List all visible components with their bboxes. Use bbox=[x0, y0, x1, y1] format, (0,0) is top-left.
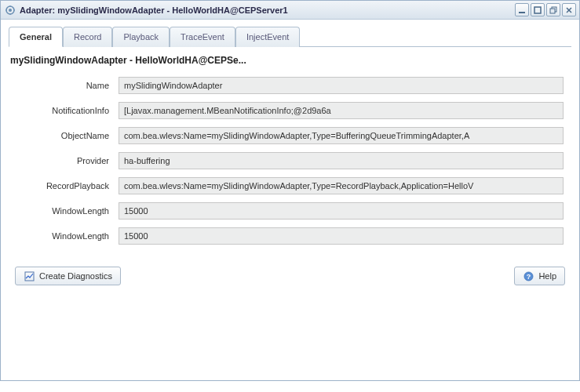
diagnostics-icon bbox=[24, 270, 35, 281]
row-notificationinfo: NotificationInfo [Ljavax.management.MBea… bbox=[9, 102, 571, 119]
row-name: Name mySlidingWindowAdapter bbox=[9, 77, 571, 94]
tab-playback[interactable]: Playback bbox=[112, 27, 170, 47]
titlebar: Adapter: mySlidingWindowAdapter - HelloW… bbox=[1, 1, 579, 20]
svg-rect-7 bbox=[534, 7, 541, 13]
svg-rect-6 bbox=[519, 12, 525, 13]
minimize-button[interactable] bbox=[515, 3, 529, 16]
field-windowlength-2: 15000 bbox=[119, 227, 564, 245]
svg-rect-9 bbox=[550, 9, 555, 13]
row-windowlength-2: WindowLength 15000 bbox=[9, 227, 571, 245]
row-provider: Provider ha-buffering bbox=[9, 152, 571, 169]
row-objectname: ObjectName com.bea.wlevs:Name=mySlidingW… bbox=[9, 127, 571, 144]
row-windowlength-1: WindowLength 15000 bbox=[9, 202, 571, 220]
field-recordplayback: com.bea.wlevs:Name=mySlidingWindowAdapte… bbox=[119, 177, 564, 194]
maximize-button[interactable] bbox=[531, 3, 545, 16]
field-objectname: com.bea.wlevs:Name=mySlidingWindowAdapte… bbox=[119, 127, 564, 144]
content-area: General Record Playback TraceEvent Injec… bbox=[1, 20, 579, 380]
window-title: Adapter: mySlidingWindowAdapter - HelloW… bbox=[20, 5, 515, 15]
help-button[interactable]: ? Help bbox=[514, 267, 565, 285]
label-windowlength-2: WindowLength bbox=[16, 231, 119, 241]
tab-injectevent[interactable]: InjectEvent bbox=[235, 27, 300, 47]
svg-rect-12 bbox=[25, 272, 34, 281]
label-recordplayback: RecordPlayback bbox=[16, 181, 119, 191]
field-provider: ha-buffering bbox=[119, 152, 564, 169]
window-controls bbox=[515, 3, 576, 16]
create-diagnostics-label: Create Diagnostics bbox=[39, 271, 112, 281]
restore-button[interactable] bbox=[546, 3, 560, 16]
tab-bar: General Record Playback TraceEvent Injec… bbox=[9, 26, 571, 47]
close-button[interactable] bbox=[562, 3, 576, 16]
help-icon: ? bbox=[523, 270, 534, 281]
create-diagnostics-button[interactable]: Create Diagnostics bbox=[15, 267, 121, 285]
help-label: Help bbox=[538, 271, 556, 281]
row-recordplayback: RecordPlayback com.bea.wlevs:Name=mySlid… bbox=[9, 177, 571, 194]
label-windowlength-1: WindowLength bbox=[16, 206, 119, 216]
field-windowlength-1: 15000 bbox=[119, 202, 564, 220]
field-notificationinfo: [Ljavax.management.MBeanNotificationInfo… bbox=[119, 102, 564, 119]
svg-text:?: ? bbox=[527, 273, 531, 281]
label-notificationinfo: NotificationInfo bbox=[16, 106, 119, 115]
label-name: Name bbox=[16, 81, 119, 90]
tab-traceevent[interactable]: TraceEvent bbox=[170, 27, 235, 47]
tab-record[interactable]: Record bbox=[63, 27, 112, 47]
label-objectname: ObjectName bbox=[16, 131, 119, 140]
panel-heading: mySlidingWindowAdapter - HelloWorldHA@CE… bbox=[10, 55, 571, 66]
field-name: mySlidingWindowAdapter bbox=[119, 77, 564, 94]
adapter-window: Adapter: mySlidingWindowAdapter - HelloW… bbox=[0, 0, 580, 381]
tab-general[interactable]: General bbox=[9, 27, 63, 47]
adapter-icon bbox=[4, 4, 16, 16]
label-provider: Provider bbox=[16, 156, 119, 165]
svg-point-1 bbox=[9, 9, 12, 12]
button-bar: Create Diagnostics ? Help bbox=[9, 257, 571, 285]
